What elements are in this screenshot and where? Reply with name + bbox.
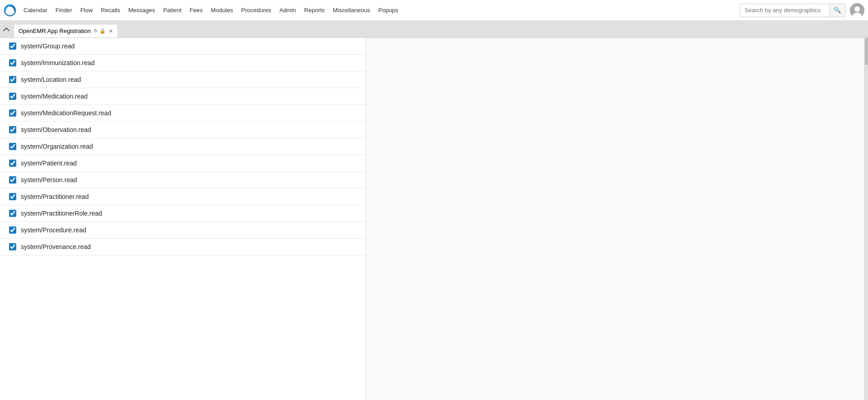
nav-calendar[interactable]: Calendar <box>20 5 51 15</box>
tab-openemr-app-registration[interactable]: OpenEMR App Registration ↻ 🔒 ✕ <box>14 24 118 38</box>
svg-point-0 <box>5 5 15 16</box>
nav-admin[interactable]: Admin <box>276 5 300 15</box>
list-item: system/Observation.read <box>0 122 366 138</box>
search-button[interactable]: 🔍 <box>830 4 845 17</box>
nav-modules[interactable]: Modules <box>207 5 236 15</box>
search-input[interactable] <box>740 4 830 17</box>
scope-label-cb8: system/Patient.read <box>21 160 77 167</box>
tab-action-icons: ↻ 🔒 ✕ <box>94 28 113 34</box>
list-item: system/Organization.read <box>0 138 366 155</box>
scope-checkbox-cb9[interactable] <box>9 176 16 184</box>
scope-checkbox-cb11[interactable] <box>9 210 16 217</box>
nav-patient[interactable]: Patient <box>160 5 185 15</box>
nav-finder[interactable]: Finder <box>52 5 76 15</box>
svg-point-2 <box>854 6 860 12</box>
main-navigation: Calendar Finder Flow Recalls Messages Pa… <box>20 5 740 15</box>
tab-title: OpenEMR App Registration <box>19 28 91 34</box>
tab-bar: OpenEMR App Registration ↻ 🔒 ✕ <box>0 21 868 38</box>
right-scrollbar[interactable] <box>864 38 868 400</box>
list-item: system/Provenance.read <box>0 239 366 255</box>
list-item: system/Patient.read <box>0 155 366 172</box>
user-avatar[interactable] <box>850 3 864 18</box>
scope-checkbox-cb8[interactable] <box>9 160 16 167</box>
scope-label-cb2: system/Immunization.read <box>21 59 94 66</box>
scope-checkbox-cb10[interactable] <box>9 193 16 200</box>
nav-procedures[interactable]: Procedures <box>237 5 274 15</box>
list-item: system/MedicationRequest.read <box>0 105 366 122</box>
list-item: system/Procedure.read <box>0 222 366 239</box>
scope-label-cb4: system/Medication.read <box>21 93 88 100</box>
scope-label-cb13: system/Provenance.read <box>21 243 91 250</box>
scope-label-cb7: system/Organization.read <box>21 143 93 150</box>
scope-label-cb9: system/Person.read <box>21 176 77 184</box>
nav-flow[interactable]: Flow <box>77 5 96 15</box>
app-logo <box>4 4 16 17</box>
scope-checkbox-cb13[interactable] <box>9 243 16 250</box>
nav-reports[interactable]: Reports <box>301 5 329 15</box>
list-item: system/Location.read <box>0 71 366 88</box>
list-item: system/Practitioner.read <box>0 188 366 205</box>
search-icon: 🔍 <box>834 7 841 14</box>
nav-miscellaneous[interactable]: Miscellaneous <box>329 5 373 15</box>
nav-messages[interactable]: Messages <box>125 5 159 15</box>
checkbox-list-panel: system/Group.readsystem/Immunization.rea… <box>0 38 366 400</box>
scope-label-cb1: system/Group.read <box>21 42 75 50</box>
tab-lock-icon[interactable]: 🔒 <box>99 28 106 34</box>
list-item: system/PractitionerRole.read <box>0 205 366 222</box>
scope-checkbox-cb3[interactable] <box>9 76 16 83</box>
right-panel <box>366 38 868 400</box>
nav-fees[interactable]: Fees <box>186 5 206 15</box>
scope-checkbox-cb5[interactable] <box>9 109 16 117</box>
list-item: system/Immunization.read <box>0 55 366 71</box>
scope-checkbox-cb6[interactable] <box>9 126 16 133</box>
scope-checkbox-cb1[interactable] <box>9 42 16 50</box>
list-item: system/Group.read <box>0 38 366 55</box>
tab-refresh-icon[interactable]: ↻ <box>94 28 98 34</box>
scope-label-cb5: system/MedicationRequest.read <box>21 109 111 117</box>
top-navigation-bar: Calendar Finder Flow Recalls Messages Pa… <box>0 0 868 21</box>
scope-label-cb3: system/Location.read <box>21 76 81 83</box>
scope-label-cb10: system/Practitioner.read <box>21 193 89 200</box>
list-item: system/Person.read <box>0 172 366 188</box>
scope-label-cb12: system/Procedure.read <box>21 226 86 234</box>
nav-recalls[interactable]: Recalls <box>97 5 124 15</box>
scope-checkbox-cb2[interactable] <box>9 59 16 66</box>
scope-checkbox-cb12[interactable] <box>9 226 16 234</box>
tab-close-button[interactable]: ✕ <box>108 28 113 34</box>
nav-popups[interactable]: Popups <box>375 5 402 15</box>
main-content: system/Group.readsystem/Immunization.rea… <box>0 38 868 400</box>
scope-label-cb6: system/Observation.read <box>21 126 91 133</box>
search-area: 🔍 <box>740 4 845 17</box>
scope-label-cb11: system/PractitionerRole.read <box>21 210 102 217</box>
tab-minimizer-button[interactable] <box>0 21 13 38</box>
scrollbar-thumb <box>865 38 868 65</box>
scope-checkbox-cb7[interactable] <box>9 143 16 150</box>
scope-checkbox-cb4[interactable] <box>9 93 16 100</box>
list-item: system/Medication.read <box>0 88 366 105</box>
